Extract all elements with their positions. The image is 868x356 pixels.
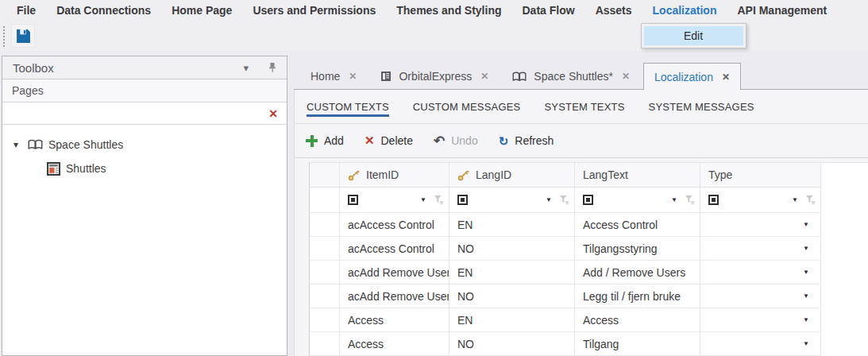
cell-langid[interactable]: NO [449,332,575,356]
cell-langtext[interactable]: Tilgangsstyring [575,237,700,261]
cell-langtext[interactable]: Access Control [575,213,700,237]
filter-box-icon[interactable] [708,195,719,205]
delete-button[interactable]: ✕ Delete [365,134,413,148]
undo-button[interactable]: ↶ Undo [434,134,478,148]
toolbox-panel: Toolbox ▾ Pages ✕ ▾ Space Sh [2,56,287,356]
menu-item-data-flow[interactable]: Data Flow [512,0,585,21]
row-selector[interactable] [310,308,340,332]
cell-langid[interactable]: EN [449,261,575,284]
close-icon[interactable]: ✕ [480,71,488,82]
cell-type[interactable]: ▼ [700,308,821,332]
chevron-down-icon[interactable]: ▼ [546,196,552,203]
dropdown-arrow-icon[interactable]: ▼ [803,292,809,300]
cell-langid[interactable]: NO [449,284,575,308]
clear-filter-icon[interactable]: ✕ [268,107,278,120]
filter-cell-itemid[interactable]: ▼ [340,188,449,213]
cell-itemid[interactable]: acAdd Remove Users [340,261,449,284]
cell-type[interactable]: ▼ [700,237,821,261]
column-header-langtext[interactable]: LangText [575,163,700,188]
dropdown-arrow-icon[interactable]: ▼ [803,245,809,252]
menu-item-edit[interactable]: Edit [644,26,743,45]
cell-itemid[interactable]: Access [340,332,449,356]
menu-item-api-management[interactable]: API Management [727,0,837,21]
pin-icon[interactable] [268,62,277,73]
filter-clear-icon[interactable] [805,195,816,205]
row-selector[interactable] [310,261,340,284]
filter-box-icon[interactable] [348,195,358,205]
chevron-down-icon[interactable]: ▼ [671,196,677,203]
refresh-button[interactable]: ↻ Refresh [499,134,554,147]
key-icon [457,169,469,181]
cell-langtext[interactable]: Access [575,308,700,332]
row-selector[interactable] [310,332,340,356]
tab-label: Space Shuttles* [534,70,613,83]
dropdown-arrow-icon[interactable]: ▼ [803,316,809,323]
filter-cell-langtext[interactable]: ▼ [575,188,700,213]
tree-node-shuttles[interactable]: Shuttles [2,157,287,180]
cell-langid[interactable]: EN [449,213,575,237]
tree-node-space-shuttles[interactable]: ▾ Space Shuttles [2,133,287,157]
subtab-system-messages[interactable]: SYSTEM MESSAGES [649,90,754,123]
menu-item-data-connections[interactable]: Data Connections [46,0,161,21]
refresh-icon: ↻ [499,135,509,147]
column-header-type[interactable]: Type [700,163,821,188]
filter-cell-type[interactable]: ▼ [700,188,821,213]
tab-space-shuttles[interactable]: Space Shuttles* ✕ [502,63,640,90]
cell-langid[interactable]: NO [449,237,575,261]
pages-filter-row[interactable]: ✕ [2,103,287,125]
cell-type[interactable]: ▼ [700,261,821,284]
menu-item-home-page[interactable]: Home Page [161,0,242,21]
cell-type[interactable]: ▼ [700,213,821,237]
menu-item-assets[interactable]: Assets [585,0,642,21]
grid-header-row: ItemID LangID LangText Type [310,163,868,188]
cell-type[interactable]: ▼ [700,284,821,308]
close-icon[interactable]: ✕ [722,72,730,83]
filter-clear-icon[interactable] [434,195,444,205]
row-selector[interactable] [310,213,340,237]
expand-arrow-icon[interactable]: ▾ [14,139,28,150]
menu-item-users-permissions[interactable]: Users and Permissions [242,0,386,21]
subtab-custom-messages[interactable]: CUSTOM MESSAGES [413,90,521,123]
cell-langid[interactable]: EN [449,308,575,332]
filter-box-icon[interactable] [583,195,593,205]
tab-orbitalexpress[interactable]: OrbitalExpress ✕ [370,63,499,90]
cell-itemid[interactable]: acAdd Remove Users [340,284,449,308]
column-header-itemid[interactable]: ItemID [340,163,449,188]
toolbar-grip-handle[interactable] [3,26,5,47]
row-selector[interactable] [310,284,340,308]
dropdown-arrow-icon[interactable]: ▼ [803,269,809,276]
cell-itemid[interactable]: acAccess Control [340,213,449,237]
filter-box-icon[interactable] [457,195,468,205]
menu-item-themes-styling[interactable]: Themes and Styling [386,0,511,21]
custom-texts-grid: ItemID LangID LangText Type [309,162,868,356]
filter-cell-langid[interactable]: ▼ [449,188,575,213]
row-selector[interactable] [310,237,340,261]
save-button[interactable] [11,24,35,48]
subtab-custom-texts[interactable]: CUSTOM TEXTS [307,90,389,123]
column-header-langid[interactable]: LangID [449,163,575,188]
chevron-down-icon[interactable]: ▼ [420,196,426,203]
cell-langtext[interactable]: Add / Remove Users [575,261,700,284]
cell-itemid[interactable]: Access [340,308,449,332]
tab-home[interactable]: Home ✕ [300,63,367,90]
menu-item-file[interactable]: File [6,0,46,21]
cell-langtext[interactable]: Tilgang [575,332,700,356]
tab-label: OrbitalExpress [399,70,472,83]
filter-clear-icon[interactable] [685,195,695,205]
chevron-down-icon[interactable]: ▾ [243,62,249,74]
dropdown-arrow-icon[interactable]: ▼ [803,221,809,228]
cell-langtext[interactable]: Legg til / fjern bruke [575,284,700,308]
cell-itemid[interactable]: acAccess Control [340,237,449,261]
close-icon[interactable]: ✕ [622,71,630,82]
chevron-down-icon[interactable]: ▼ [792,196,798,203]
menu-item-localization[interactable]: Localization Edit [642,0,727,21]
select-all-header[interactable] [310,163,340,188]
close-icon[interactable]: ✕ [349,71,357,82]
cell-type[interactable]: ▼ [700,332,821,356]
tab-localization[interactable]: Localization ✕ [643,63,741,90]
dropdown-arrow-icon[interactable]: ▼ [803,340,809,347]
add-button[interactable]: Add [306,134,344,147]
page-icon [47,162,60,176]
filter-clear-icon[interactable] [559,195,569,205]
subtab-system-texts[interactable]: SYSTEM TEXTS [544,90,624,123]
